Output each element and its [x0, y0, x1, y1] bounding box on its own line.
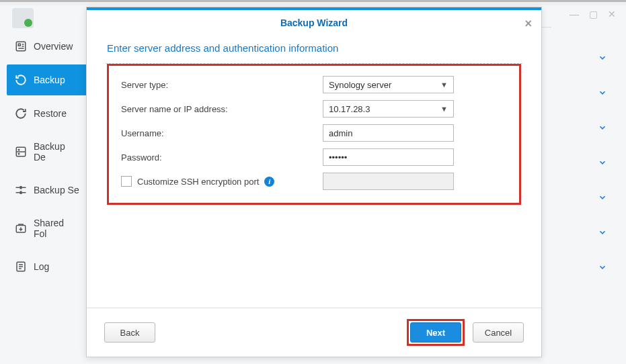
- server-type-select[interactable]: Synology server ▼: [323, 76, 454, 93]
- form-highlight-frame: Server type: Synology server ▼ Server na…: [107, 64, 521, 205]
- ssh-port-input: [323, 173, 454, 190]
- row-ssh-port: Customize SSH encryption port i: [121, 169, 507, 193]
- footer-right: Next Cancel: [407, 319, 524, 346]
- label-server-address: Server name or IP address:: [121, 104, 323, 114]
- info-icon[interactable]: i: [264, 177, 274, 187]
- sidebar-item-backup-destination[interactable]: Backup De: [7, 132, 87, 172]
- row-server-type: Server type: Synology server ▼: [121, 73, 507, 97]
- accordion-toggle[interactable]: [545, 145, 613, 180]
- password-input[interactable]: [323, 148, 454, 166]
- label-password: Password:: [121, 152, 323, 163]
- sidebar-item-label: Restore: [34, 108, 67, 119]
- row-password: Password:: [121, 145, 507, 169]
- chevron-down-icon: ▼: [440, 105, 448, 113]
- sidebar-item-backup[interactable]: Backup: [7, 64, 87, 95]
- close-window-icon[interactable]: ✕: [606, 8, 618, 20]
- window-titlebar-grad: [0, 2, 626, 5]
- backup-settings-icon: [15, 184, 27, 196]
- back-button[interactable]: Back: [104, 322, 155, 343]
- svg-point-6: [18, 149, 19, 150]
- ssh-port-label-text: Customize SSH encryption port: [137, 177, 259, 187]
- sidebar-item-backup-settings[interactable]: Backup Se: [7, 175, 87, 206]
- accordion-toggle[interactable]: [545, 40, 613, 75]
- label-username: Username:: [121, 128, 323, 138]
- modal-body: Enter server address and authentication …: [87, 36, 541, 205]
- accordion-toggle[interactable]: [545, 180, 613, 215]
- row-username: Username:: [121, 121, 507, 145]
- modal-footer: Back Next Cancel: [87, 308, 541, 357]
- server-type-value: Synology server: [329, 80, 391, 90]
- server-address-value: 10.17.28.3: [329, 104, 370, 114]
- server-address-combo[interactable]: 10.17.28.3 ▼: [323, 100, 454, 118]
- sidebar: Overview Backup Restore Backup De Backup…: [7, 31, 87, 285]
- label-ssh-port: Customize SSH encryption port i: [121, 176, 323, 187]
- row-server-address: Server name or IP address: 10.17.28.3 ▼: [121, 97, 507, 121]
- backup-destination-icon: [15, 146, 27, 158]
- log-icon: [15, 261, 27, 273]
- sidebar-item-log[interactable]: Log: [7, 251, 87, 282]
- overview-icon: [15, 40, 27, 52]
- backup-wizard-modal: Backup Wizard × Enter server address and…: [86, 7, 542, 357]
- modal-title: Backup Wizard: [280, 17, 348, 28]
- sidebar-item-shared-folder[interactable]: Shared Fol: [7, 208, 87, 248]
- next-button[interactable]: Next: [410, 322, 461, 343]
- sidebar-item-overview[interactable]: Overview: [7, 31, 87, 62]
- maximize-icon[interactable]: ▢: [587, 8, 599, 20]
- ssh-port-checkbox[interactable]: [121, 176, 132, 187]
- accordion-toggle[interactable]: [545, 75, 613, 110]
- sidebar-item-label: Log: [34, 261, 49, 272]
- sidebar-item-label: Backup Se: [34, 185, 79, 195]
- sidebar-item-label: Backup De: [34, 141, 79, 163]
- minimize-icon[interactable]: —: [568, 8, 580, 20]
- accordion-toggle[interactable]: [545, 215, 613, 250]
- username-input[interactable]: [323, 124, 454, 142]
- next-highlight-frame: Next: [407, 319, 465, 346]
- shared-folder-icon: [15, 222, 27, 234]
- close-icon[interactable]: ×: [524, 17, 532, 31]
- restore-icon: [15, 107, 27, 120]
- sidebar-item-label: Overview: [34, 41, 73, 52]
- modal-subtitle: Enter server address and authentication …: [107, 42, 521, 54]
- sidebar-item-label: Shared Fol: [34, 218, 79, 239]
- right-accordion: [545, 40, 613, 285]
- svg-point-7: [18, 153, 19, 154]
- accordion-toggle[interactable]: [545, 250, 613, 285]
- sidebar-item-label: Backup: [34, 75, 65, 85]
- backup-icon: [15, 74, 27, 86]
- window-controls: — ▢ ✕: [568, 8, 618, 20]
- label-server-type: Server type:: [121, 80, 323, 90]
- modal-header: Backup Wizard ×: [87, 10, 541, 36]
- app-icon: [12, 8, 34, 28]
- accordion-toggle[interactable]: [545, 110, 613, 145]
- cancel-button[interactable]: Cancel: [473, 322, 524, 343]
- chevron-down-icon: ▼: [440, 81, 448, 89]
- svg-rect-1: [18, 44, 20, 46]
- sidebar-item-restore[interactable]: Restore: [7, 98, 87, 129]
